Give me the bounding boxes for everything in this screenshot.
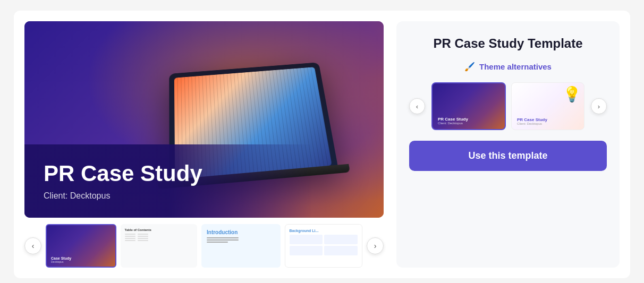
thumb-1-content: Case Study Decktopus: [51, 256, 71, 263]
thumb-2-col-1: [125, 234, 135, 241]
theme-card-2-title: PR Case Study: [517, 117, 547, 122]
thumb-3-title: Introduction: [207, 229, 238, 235]
template-title: PR Case Study Template: [434, 36, 583, 51]
thumb-3-line: [207, 239, 239, 241]
left-panel: PR Case Study Client: Decktopus ‹ Case S…: [24, 21, 384, 268]
thumb-2-line: [138, 240, 148, 241]
thumbnail-strip: ‹ Case Study Decktopus Table of Contents: [24, 224, 384, 268]
thumb-1-title: Case Study: [51, 256, 71, 260]
thumbnail-2[interactable]: Table of Contents: [121, 224, 198, 268]
thumb-4-cell: [290, 235, 323, 244]
thumb-3-line: [207, 237, 239, 238]
thumb-4-cell: [324, 235, 358, 244]
thumb-2-col-2: [138, 234, 148, 241]
thumb-2-line: [125, 234, 135, 235]
thumb-2-title: Table of Contents: [125, 228, 193, 231]
thumbnail-4[interactable]: Background Li...: [285, 224, 363, 268]
thumb-2-line: [138, 238, 148, 239]
main-container: PR Case Study Client: Decktopus ‹ Case S…: [14, 11, 630, 278]
theme-card-1[interactable]: PR Case Study Client: Decktopus: [431, 82, 506, 130]
thumb-2-line: [138, 234, 148, 235]
main-preview-title: PR Case Study: [44, 161, 365, 186]
thumbnail-1[interactable]: Case Study Decktopus: [46, 224, 116, 268]
thumbnails-container: Case Study Decktopus Table of Contents: [46, 224, 362, 268]
main-preview-subtitle: Client: Decktopus: [44, 191, 365, 201]
right-panel: PR Case Study Template 🖌️ Theme alternat…: [396, 21, 620, 268]
thumb-4-cell: [324, 246, 358, 255]
thumbnail-prev-button[interactable]: ‹: [24, 237, 41, 254]
use-template-button[interactable]: Use this template: [409, 141, 607, 171]
thumb-2-line: [125, 238, 135, 239]
theme-prev-button[interactable]: ‹: [409, 98, 425, 114]
paintbrush-icon: 🖌️: [464, 62, 475, 72]
thumb-1-subtitle: Decktopus: [51, 260, 71, 263]
thumb-4-cell: [290, 246, 323, 255]
thumb-2-line: [138, 236, 148, 237]
theme-previews: ‹ PR Case Study Client: Decktopus 💡 PR C…: [409, 82, 607, 130]
theme-cards: PR Case Study Client: Decktopus 💡 PR Cas…: [431, 82, 584, 130]
theme-card-2-subtitle: Client: Decktopus: [517, 122, 547, 125]
thumb-4-title: Background Li...: [290, 229, 358, 233]
theme-alternatives-label: Theme alternatives: [479, 62, 552, 71]
thumb-2-line: [125, 240, 135, 241]
thumb-2-lines: [125, 234, 193, 241]
theme-card-1-title: PR Case Study: [438, 117, 468, 122]
preview-overlay: PR Case Study Client: Decktopus: [24, 144, 384, 218]
thumb-2-line: [125, 236, 135, 237]
theme-next-button[interactable]: ›: [591, 98, 607, 114]
theme-card-2-content: PR Case Study Client: Decktopus: [517, 117, 547, 125]
thumb-4-grid: [290, 235, 358, 255]
lightbulb-icon: 💡: [563, 85, 581, 103]
theme-card-1-content: PR Case Study Client: Decktopus: [438, 117, 468, 125]
theme-card-2[interactable]: 💡 PR Case Study Client: Decktopus: [511, 82, 584, 130]
theme-card-1-subtitle: Client: Decktopus: [438, 122, 468, 125]
thumbnail-3[interactable]: Introduction: [201, 224, 281, 268]
theme-alternatives-link[interactable]: 🖌️ Theme alternatives: [464, 62, 552, 72]
thumb-3-line: [207, 242, 228, 243]
thumbnail-next-button[interactable]: ›: [367, 237, 384, 254]
main-preview: PR Case Study Client: Decktopus: [24, 21, 384, 218]
thumb-3-lines: [207, 237, 239, 243]
